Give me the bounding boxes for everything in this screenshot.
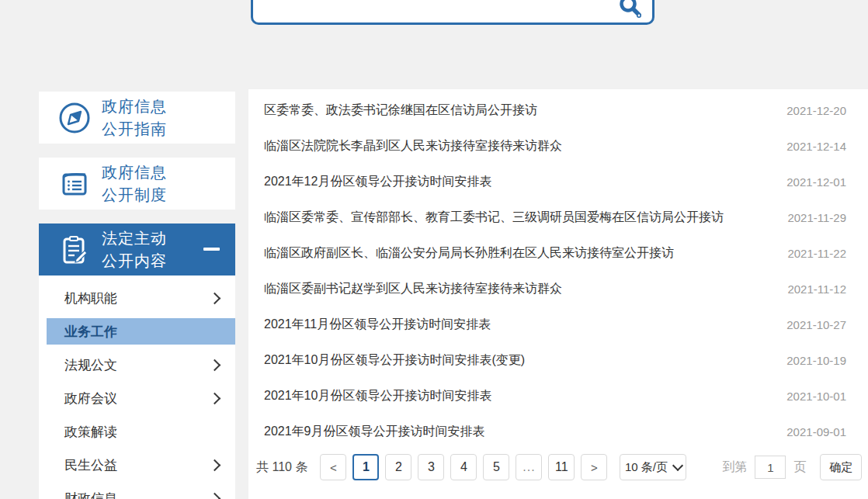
page-number-button[interactable]: 11 bbox=[548, 454, 575, 480]
sidebar-item-statutory-disclosure[interactable]: 法定主动 公开内容 bbox=[39, 224, 235, 275]
sidebar-submenu: 机构职能业务工作法规公文政府会议政策解读民生公益财政信息 bbox=[39, 275, 235, 499]
sidebar-item-gov-info-guide[interactable]: 政府信息 公开指南 bbox=[39, 92, 235, 144]
sidebar-item-label: 法定主动 公开内容 bbox=[102, 227, 167, 272]
list-item[interactable]: 区委常委、政法委书记徐继国在区信访局公开接访2021-12-20 bbox=[248, 92, 868, 128]
submenu-item-label: 机构职能 bbox=[64, 289, 117, 307]
chevron-right-icon bbox=[209, 493, 221, 499]
sidebar-submenu-item[interactable]: 业务工作 bbox=[47, 318, 235, 345]
list-item[interactable]: 临淄区委常委、宣传部部长、教育工委书记、三级调研员国爱梅在区信访局公开接访202… bbox=[248, 199, 868, 235]
article-date: 2021-10-27 bbox=[786, 318, 846, 331]
article-date: 2021-11-29 bbox=[787, 211, 846, 224]
page-ellipsis-button[interactable]: ... bbox=[516, 454, 542, 480]
article-date: 2021-10-19 bbox=[786, 354, 846, 367]
submenu-item-label: 民生公益 bbox=[64, 456, 117, 474]
page-number-button[interactable]: 1 bbox=[352, 454, 379, 480]
prev-page-button[interactable]: < bbox=[320, 454, 346, 480]
list-item[interactable]: 2021年11月份区领导公开接访时间安排表2021-10-27 bbox=[248, 307, 868, 342]
goto-page-input[interactable] bbox=[755, 456, 786, 479]
article-list: 区委常委、政法委书记徐继国在区信访局公开接访2021-12-20临淄区法院院长李… bbox=[248, 89, 868, 449]
article-date: 2021-12-20 bbox=[786, 104, 846, 117]
list-item[interactable]: 临淄区政府副区长、临淄公安分局局长孙胜利在区人民来访接待室公开接访2021-11… bbox=[248, 235, 868, 271]
article-date: 2021-12-01 bbox=[786, 175, 846, 189]
sidebar-submenu-item[interactable]: 民生公益 bbox=[39, 449, 235, 482]
pagination-bar: 共 110 条 < 12345...11 > 10 条/页 到第 页 确定 bbox=[256, 454, 862, 480]
list-item[interactable]: 2021年10月份区领导公开接访时间安排表(变更)2021-10-19 bbox=[248, 342, 868, 378]
article-title[interactable]: 临淄区政府副区长、临淄公安分局局长孙胜利在区人民来访接待室公开接访 bbox=[264, 245, 674, 262]
chevron-right-icon bbox=[209, 459, 221, 472]
sidebar-item-gov-info-system[interactable]: 政府信息 公开制度 bbox=[39, 158, 235, 210]
submenu-item-label: 业务工作 bbox=[64, 323, 117, 341]
page-size-select[interactable]: 10 条/页 bbox=[620, 454, 686, 480]
submenu-item-label: 法规公文 bbox=[64, 356, 117, 374]
confirm-button[interactable]: 确定 bbox=[820, 454, 862, 480]
submenu-item-label: 政策解读 bbox=[64, 423, 117, 441]
collapse-minus-icon[interactable] bbox=[203, 248, 220, 251]
article-date: 2021-10-01 bbox=[786, 390, 846, 403]
next-page-button[interactable]: > bbox=[581, 454, 607, 480]
book-icon bbox=[57, 167, 92, 201]
goto-page-group: 到第 页 确定 bbox=[722, 454, 862, 480]
page-size-label: 10 条/页 bbox=[625, 460, 668, 475]
sidebar-submenu-item[interactable]: 政府会议 bbox=[39, 382, 235, 415]
sidebar-item-label: 政府信息 公开指南 bbox=[102, 95, 167, 140]
page-number-button[interactable]: 2 bbox=[385, 454, 411, 480]
article-title[interactable]: 2021年10月份区领导公开接访时间安排表(变更) bbox=[264, 352, 525, 369]
list-item[interactable]: 2021年12月份区领导公开接访时间安排表2021-12-01 bbox=[248, 164, 868, 199]
goto-prefix-label: 到第 bbox=[722, 459, 747, 476]
page-number-button[interactable]: 5 bbox=[483, 454, 509, 480]
clipboard-pen-icon bbox=[57, 233, 92, 267]
search-icon[interactable] bbox=[618, 0, 643, 19]
list-item[interactable]: 2021年10月份区领导公开接访时间安排表2021-10-01 bbox=[248, 378, 868, 414]
search-box[interactable] bbox=[251, 0, 654, 25]
article-title[interactable]: 临淄区委常委、宣传部部长、教育工委书记、三级调研员国爱梅在区信访局公开接访 bbox=[264, 210, 724, 226]
goto-suffix-label: 页 bbox=[793, 459, 806, 476]
article-list-panel: 区委常委、政法委书记徐继国在区信访局公开接访2021-12-20临淄区法院院长李… bbox=[248, 89, 868, 499]
article-date: 2021-09-01 bbox=[786, 425, 846, 438]
page-number-button[interactable]: 4 bbox=[450, 454, 477, 480]
page-buttons: 12345...11 bbox=[352, 454, 581, 480]
article-title[interactable]: 2021年10月份区领导公开接访时间安排表 bbox=[264, 388, 491, 404]
list-item[interactable]: 临淄区委副书记赵学到区人民来访接待室接待来访群众2021-11-12 bbox=[248, 271, 868, 307]
article-title[interactable]: 区委常委、政法委书记徐继国在区信访局公开接访 bbox=[264, 102, 537, 119]
article-date: 2021-11-22 bbox=[787, 247, 846, 260]
chevron-right-icon bbox=[209, 293, 221, 305]
article-title[interactable]: 2021年12月份区领导公开接访时间安排表 bbox=[264, 174, 491, 190]
article-title[interactable]: 临淄区委副书记赵学到区人民来访接待室接待来访群众 bbox=[264, 281, 562, 297]
chevron-right-icon bbox=[209, 359, 221, 372]
list-item[interactable]: 临淄区法院院长李晶到区人民来访接待室接待来访群众2021-12-14 bbox=[248, 128, 868, 164]
article-date: 2021-12-14 bbox=[786, 140, 846, 153]
chevron-down-icon bbox=[672, 460, 683, 471]
sidebar-submenu-item[interactable]: 机构职能 bbox=[39, 282, 235, 315]
page-number-button[interactable]: 3 bbox=[418, 454, 444, 480]
article-title[interactable]: 2021年9月份区领导公开接访时间安排表 bbox=[264, 424, 485, 440]
sidebar-submenu-item[interactable]: 财政信息 bbox=[39, 482, 235, 499]
article-date: 2021-11-12 bbox=[787, 282, 846, 296]
chevron-right-icon bbox=[209, 393, 221, 405]
submenu-item-label: 财政信息 bbox=[64, 490, 117, 499]
compass-icon bbox=[57, 101, 92, 135]
list-item[interactable]: 2021年9月份区领导公开接访时间安排表2021-09-01 bbox=[248, 414, 868, 449]
total-count: 共 110 条 bbox=[256, 459, 307, 476]
submenu-item-label: 政府会议 bbox=[64, 390, 117, 407]
article-title[interactable]: 临淄区法院院长李晶到区人民来访接待室接待来访群众 bbox=[264, 138, 562, 154]
sidebar-submenu-item[interactable]: 法规公文 bbox=[39, 348, 235, 382]
search-input[interactable] bbox=[264, 1, 593, 21]
article-title[interactable]: 2021年11月份区领导公开接访时间安排表 bbox=[264, 317, 491, 333]
sidebar-item-label: 政府信息 公开制度 bbox=[102, 161, 167, 206]
sidebar-submenu-item[interactable]: 政策解读 bbox=[39, 415, 235, 449]
